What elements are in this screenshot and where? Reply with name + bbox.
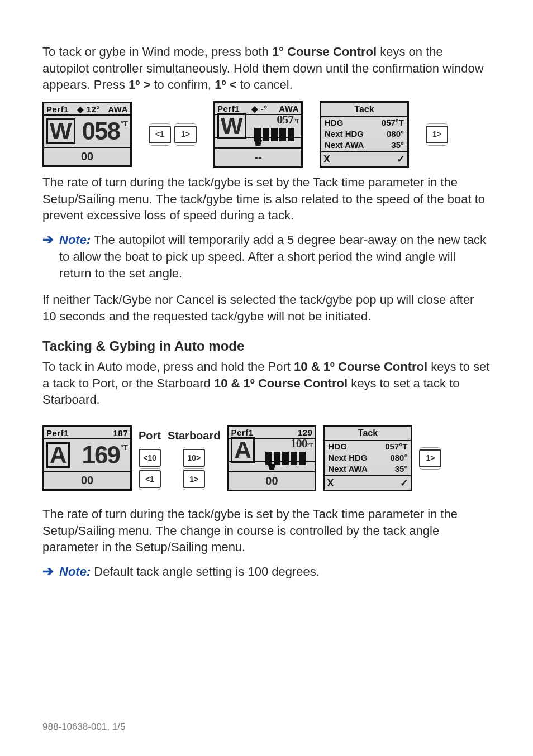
- lcd-mode-indicator: A: [46, 442, 70, 468]
- text: to cancel.: [240, 78, 293, 92]
- note-arrow-icon: ➔: [42, 563, 54, 580]
- lcd-heading-value: 169: [73, 443, 120, 467]
- auto-mode-paragraph: To tack in Auto mode, press and hold the…: [42, 358, 491, 408]
- tack-row-value: 080°: [390, 452, 407, 463]
- cancel-timeout-paragraph: If neither Tack/Gybe nor Cancel is selec…: [42, 291, 491, 324]
- note-label: Note:: [59, 233, 91, 247]
- tack-cancel-icon[interactable]: X: [323, 152, 330, 166]
- rate-of-turn-paragraph: The rate of turn during the tack/gybe is…: [42, 174, 491, 224]
- tack-popup: Tack HDG057°T Next HDG080° Next AWA35° X…: [320, 101, 409, 168]
- figure-row-auto-mode: Perf1 187 A 169 °T 00 Port <10 <1 Starbo…: [42, 425, 491, 491]
- lcd-sub-value: 00: [44, 147, 130, 165]
- text: to confirm,: [154, 78, 215, 92]
- tack-confirm-icon[interactable]: ✓: [397, 152, 405, 166]
- tack-row-value: 35°: [391, 140, 404, 151]
- note-block: ➔ Note: Default tack angle setting is 10…: [42, 563, 491, 580]
- key-10-port[interactable]: <10: [139, 449, 161, 467]
- lcd-display-wind-before: Perf1 ◆ 12° AWA W 058 °T 00: [42, 102, 132, 167]
- tack-row-label: Next AWA: [328, 463, 367, 475]
- lcd-top-value: 187: [113, 428, 128, 439]
- lcd-rudder-bar: [229, 461, 315, 471]
- lcd-heading-value: 057°T: [250, 111, 299, 128]
- note-arrow-icon: ➔: [42, 232, 54, 248]
- tack-row-label: HDG: [328, 441, 346, 452]
- tack-confirm-icon[interactable]: ✓: [400, 476, 408, 490]
- lcd-label: Perf1: [46, 104, 69, 115]
- lcd-display-auto-before: Perf1 187 A 169 °T 00: [42, 425, 132, 491]
- key-10-starboard[interactable]: 10>: [183, 449, 205, 467]
- section-heading-auto-mode: Tacking & Gybing in Auto mode: [42, 337, 491, 355]
- tack-row-value: 057°T: [382, 117, 404, 128]
- text: To tack or gybe in Wind mode, press both: [42, 45, 272, 59]
- text-bold: 10 & 1º Course Control: [214, 376, 348, 390]
- lcd-sub-value: 00: [44, 471, 130, 489]
- note-text: Default tack angle setting is 100 degree…: [94, 564, 320, 578]
- tack-row-value: 080°: [387, 128, 404, 140]
- tack-cancel-icon[interactable]: X: [327, 476, 334, 490]
- key-pair-course-control: <1 1>: [149, 126, 197, 143]
- key-1-port[interactable]: <1: [149, 126, 171, 143]
- key-1-confirm[interactable]: 1>: [426, 126, 448, 143]
- tack-row-value: 35°: [395, 463, 408, 475]
- port-key-column: Port <10 <1: [139, 428, 161, 488]
- tack-popup: Tack HDG057°T Next HDG080° Next AWA35° X…: [323, 425, 412, 491]
- tack-popup-title: Tack: [325, 427, 411, 441]
- text: To tack in Auto mode, press and hold the…: [42, 360, 294, 374]
- note-label: Note:: [59, 564, 91, 578]
- lcd-rudder-bar: [215, 137, 301, 147]
- page-footer: 988-10638-001, 1/5: [42, 721, 125, 734]
- lcd-display-wind-during: Perf1 ◆ -° AWA W 057°T --: [213, 101, 303, 168]
- lcd-unit: °T: [121, 119, 128, 129]
- key-1-confirm[interactable]: 1>: [419, 449, 441, 467]
- tack-row-value: 057°T: [385, 441, 407, 452]
- lcd-unit: °T: [121, 443, 128, 453]
- text-bold: 10 & 1º Course Control: [294, 360, 427, 374]
- tack-row-label: Next HDG: [325, 128, 364, 140]
- rate-of-turn-auto-paragraph: The rate of turn during the tack/gybe is…: [42, 506, 491, 556]
- lcd-mode-indicator: W: [46, 118, 75, 144]
- key-1-port[interactable]: <1: [139, 470, 161, 488]
- key-1-starboard[interactable]: 1>: [183, 470, 205, 488]
- text-bold: 1° Course Control: [272, 45, 377, 59]
- starboard-key-column: Starboard 10> 1>: [168, 428, 220, 488]
- lcd-awa-value: ◆ 12°: [69, 104, 108, 115]
- lcd-sub-value: 00: [229, 471, 315, 490]
- lcd-mode-indicator: A: [231, 437, 254, 463]
- note-block: ➔ Note: The autopilot will temporarily a…: [42, 232, 491, 281]
- starboard-label: Starboard: [168, 428, 220, 443]
- port-label: Port: [139, 428, 161, 443]
- tack-row-label: Next HDG: [328, 452, 367, 463]
- tack-popup-title: Tack: [321, 103, 407, 117]
- lcd-display-auto-during: Perf1 129 A 100°T 00: [227, 425, 316, 491]
- lcd-sub-value: --: [215, 147, 301, 166]
- text-bold: 1º <: [215, 78, 236, 92]
- lcd-heading-value: 100°T: [258, 435, 313, 452]
- note-text: The autopilot will temporarily add a 5 d…: [59, 233, 486, 280]
- tack-row-label: HDG: [325, 117, 343, 128]
- lcd-label: AWA: [108, 104, 128, 115]
- key-1-starboard[interactable]: 1>: [174, 126, 197, 143]
- lcd-mode-indicator: W: [217, 113, 246, 139]
- lcd-label: Perf1: [46, 428, 69, 439]
- figure-row-wind-mode: Perf1 ◆ 12° AWA W 058 °T 00 <1 1> Perf1 …: [42, 101, 491, 168]
- lcd-heading-value: 058: [79, 119, 120, 143]
- tack-row-label: Next AWA: [325, 140, 364, 151]
- intro-paragraph: To tack or gybe in Wind mode, press both…: [42, 44, 491, 93]
- text-bold: 1º >: [129, 78, 150, 92]
